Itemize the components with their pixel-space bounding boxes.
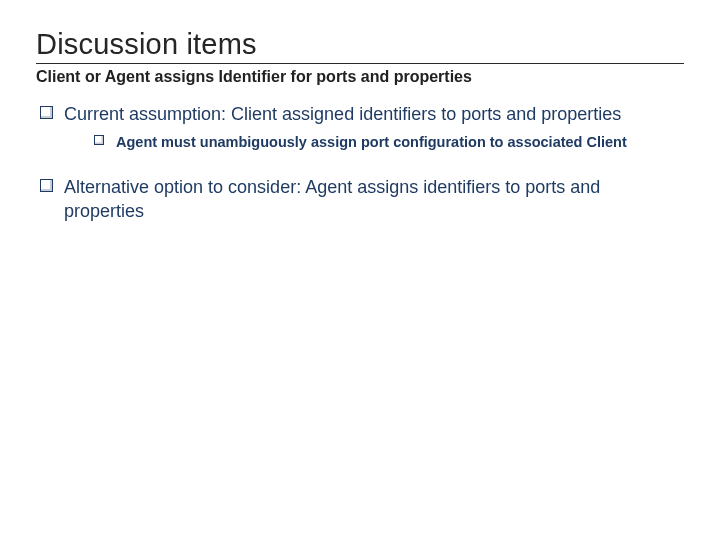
square-bullet-icon [40,179,53,192]
bullet-list: Current assumption: Client assigned iden… [36,102,684,223]
sub-bullet-list: Agent must unambiguously assign port con… [64,132,684,152]
list-item: Current assumption: Client assigned iden… [36,102,684,153]
list-item-text: Alternative option to consider: Agent as… [64,177,600,221]
page-subtitle: Client or Agent assigns Identifier for p… [36,68,684,86]
list-item-text: Current assumption: Client assigned iden… [64,104,621,124]
page-title: Discussion items [36,28,684,61]
list-item: Alternative option to consider: Agent as… [36,175,684,224]
list-item: Agent must unambiguously assign port con… [64,132,684,152]
title-underline [36,63,684,64]
square-bullet-icon [40,106,53,119]
list-item-text: Agent must unambiguously assign port con… [116,134,627,150]
square-bullet-icon [94,135,104,145]
